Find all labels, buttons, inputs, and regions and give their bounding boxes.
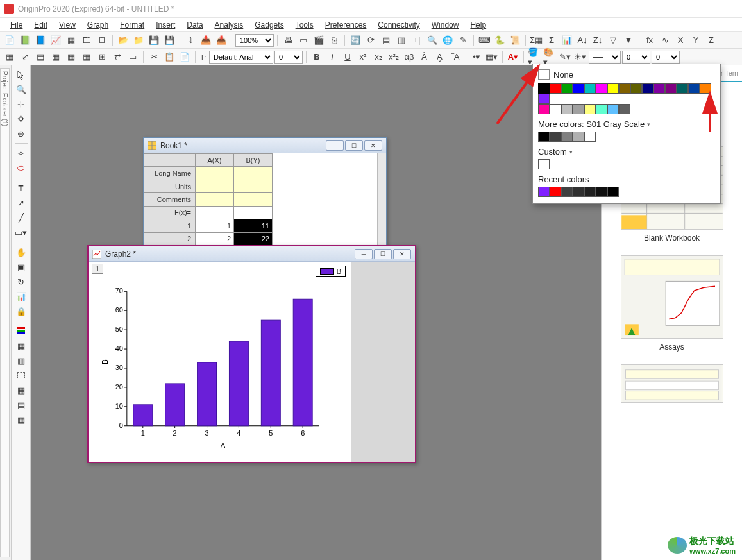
color-swatch[interactable]	[596, 104, 607, 114]
color-swatch[interactable]	[538, 187, 550, 197]
scrollbar[interactable]	[377, 153, 386, 246]
legend[interactable]: B	[316, 266, 346, 277]
custom-row[interactable]: Custom▾	[538, 147, 715, 157]
row-comments[interactable]: Comments	[144, 193, 196, 206]
arrow-icon[interactable]: ↗	[13, 196, 29, 209]
color-swatch[interactable]	[584, 187, 596, 197]
code-builder-icon[interactable]: ⌨	[477, 33, 491, 47]
color-swatch[interactable]	[607, 83, 619, 94]
draw-data-icon[interactable]: ✧	[13, 147, 29, 160]
menu-view[interactable]: View	[54, 19, 81, 31]
menu-format[interactable]: Format	[115, 19, 149, 31]
movie-icon[interactable]: 🎬	[312, 33, 326, 47]
region-icon[interactable]: ▣	[13, 260, 29, 273]
color-swatch[interactable]	[550, 132, 561, 142]
menu-analysis[interactable]: Analysis	[210, 19, 249, 31]
z-icon[interactable]: Z	[704, 33, 718, 47]
menu-insert[interactable]: Insert	[151, 19, 180, 31]
open-template-icon[interactable]: 📁	[131, 33, 146, 47]
color-swatch[interactable]	[619, 104, 630, 114]
color-swatch[interactable]	[688, 83, 700, 94]
template-third[interactable]	[602, 358, 742, 413]
refresh-icon[interactable]: 🔄	[348, 33, 362, 47]
workbook-table[interactable]: A(X)B(Y) Long Name Units Comments F(x)= …	[144, 153, 273, 246]
zoom-icon[interactable]: 🔍	[13, 83, 29, 96]
menu-file[interactable]: File	[5, 19, 28, 31]
increase-font-icon[interactable]: Ȃ	[417, 50, 432, 64]
custom-swatch[interactable]	[538, 159, 550, 169]
line-color-icon[interactable]: ✎▾	[558, 50, 572, 64]
row-1[interactable]: 1	[144, 219, 196, 232]
color-swatch[interactable]	[550, 104, 561, 114]
maximize-button[interactable]: ☐	[345, 140, 363, 151]
row-units[interactable]: Units	[144, 180, 196, 192]
color-swatch[interactable]	[607, 187, 619, 197]
sigma-icon[interactable]: Σ	[544, 33, 559, 47]
num-select[interactable]: 0	[652, 51, 680, 64]
cut-icon[interactable]: ✂	[147, 50, 161, 64]
color-swatch[interactable]	[607, 104, 619, 114]
pan-icon[interactable]: ✋	[13, 246, 29, 259]
tool2-icon[interactable]: ▥	[13, 354, 29, 367]
light-icon[interactable]: ☀▾	[573, 50, 587, 64]
text-icon[interactable]: T	[13, 182, 29, 194]
new-layout-icon[interactable]: 🗔	[80, 33, 94, 47]
color-swatch[interactable]	[642, 83, 653, 94]
color-swatch[interactable]	[584, 104, 596, 114]
fill-color-icon[interactable]: 🪣▾	[527, 50, 541, 64]
mask-icon[interactable]: ⬭	[13, 162, 29, 174]
maximize-button[interactable]: ☐	[374, 249, 392, 259]
menu-gadgets[interactable]: Gadgets	[249, 19, 289, 31]
stats-icon[interactable]: 📊	[560, 33, 574, 47]
import-multi-icon[interactable]: 📥	[214, 33, 228, 47]
merge-icon[interactable]: ▦	[80, 50, 94, 64]
cell-a1[interactable]: 1	[196, 219, 234, 232]
new-project-icon[interactable]: 📄	[3, 33, 17, 47]
new-workbook-icon[interactable]: 📗	[18, 33, 32, 47]
color-swatch[interactable]	[573, 132, 584, 142]
insert-graph-icon[interactable]: 📊	[13, 290, 29, 303]
color-swatch[interactable]	[573, 187, 584, 197]
close-button[interactable]: ✕	[364, 140, 382, 151]
menu-window[interactable]: Window	[426, 19, 464, 31]
color-swatch[interactable]	[573, 104, 584, 114]
color-swatch[interactable]	[665, 83, 677, 94]
layer-button[interactable]: 1	[92, 264, 103, 274]
row-fx[interactable]: F(x)=	[144, 206, 196, 219]
workbook-titlebar[interactable]: Book1 * ─ ☐ ✕	[144, 138, 386, 153]
python-icon[interactable]: 🐍	[493, 33, 507, 47]
workbook-window[interactable]: Book1 * ─ ☐ ✕ A(X)B(Y) Long Name Units C…	[143, 137, 387, 246]
greek-icon[interactable]: αβ	[402, 50, 416, 64]
extract-icon[interactable]: ▦	[64, 50, 78, 64]
colormap-icon[interactable]: ▦	[13, 339, 29, 352]
new-graph-icon[interactable]: 📈	[49, 33, 63, 47]
filter2-icon[interactable]: ▼	[621, 33, 636, 47]
color-scale-icon[interactable]	[13, 325, 29, 337]
graph-tool-icon[interactable]: ▦	[49, 50, 63, 64]
row-2[interactable]: 2	[144, 232, 196, 245]
color-swatch[interactable]	[677, 83, 688, 94]
graph-titlebar[interactable]: Graph2 * ─ ☐ ✕	[89, 246, 415, 262]
minimize-button[interactable]: ─	[355, 249, 373, 259]
duplicate-icon[interactable]: ⎘	[327, 33, 341, 47]
color-swatch[interactable]	[550, 83, 561, 94]
color-swatch[interactable]	[584, 132, 596, 142]
import-single-icon[interactable]: 📥	[199, 33, 213, 47]
color-swatch[interactable]	[561, 83, 573, 94]
line-style-select[interactable]: ──	[589, 51, 621, 64]
exchange-icon[interactable]: ⇄	[110, 50, 124, 64]
recalc-icon[interactable]: ⟳	[364, 33, 378, 47]
scale-icon[interactable]: ⤢	[18, 50, 32, 64]
color-swatch[interactable]	[561, 132, 573, 142]
bar-chart[interactable]: 0 10 20 30 40 50 60 70 1	[89, 262, 351, 462]
palette-icon[interactable]: 🎨▾	[543, 50, 557, 64]
superscript-icon[interactable]: x²	[356, 50, 370, 64]
tile-v-icon[interactable]: ▥	[394, 33, 409, 47]
dock-project-explorer[interactable]: Project Explorer (1)	[0, 68, 10, 557]
tool6-icon[interactable]: ▦	[13, 413, 29, 426]
rect-icon[interactable]: ▭▾	[13, 226, 29, 239]
color-swatch[interactable]	[561, 187, 573, 197]
close-button[interactable]: ✕	[393, 249, 411, 259]
x-icon[interactable]: X	[673, 33, 687, 47]
row-longname[interactable]: Long Name	[144, 167, 196, 180]
